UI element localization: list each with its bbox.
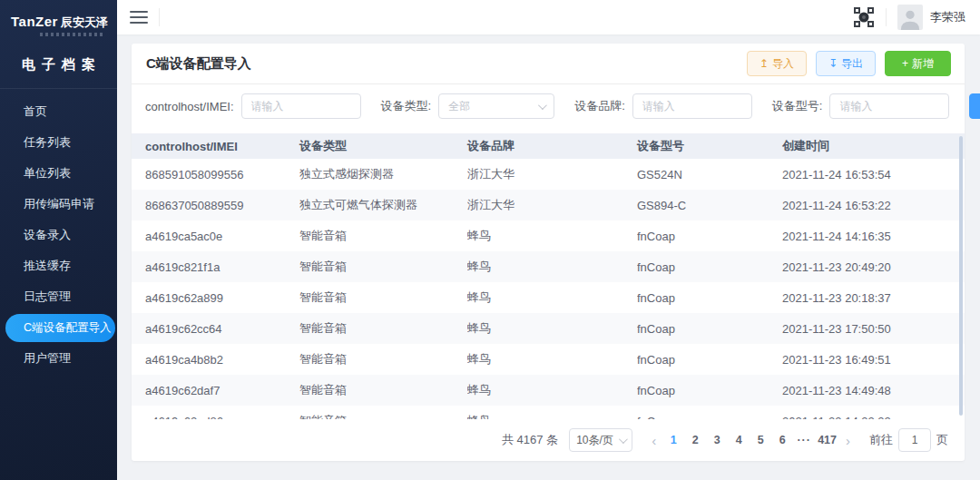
table-cell: 浙江大华 [467, 190, 637, 220]
pager-page[interactable]: 2 [684, 434, 706, 446]
device-model-input[interactable] [829, 93, 949, 119]
sidebar-item[interactable]: 首页 [0, 96, 117, 127]
table-cell: 智能音箱 [299, 282, 467, 313]
table-cell: a4619c62daf7 [132, 375, 299, 406]
pager-page[interactable]: 6 [771, 434, 793, 446]
sidebar-item[interactable]: 推送缓存 [0, 250, 117, 281]
table-cell: 2021-11-23 20:18:37 [782, 282, 965, 313]
pager-page[interactable]: 1 [662, 434, 684, 446]
table-cell: 2021-11-23 20:49:20 [782, 251, 965, 282]
add-button[interactable]: + 新增 [885, 51, 951, 76]
filter-imei: controlhost/IMEI: [145, 93, 361, 119]
table-row: 868591058099556独立式感烟探测器浙江大华GS524N2021-11… [132, 159, 965, 190]
sidebar-item[interactable]: 用传编码申请 [0, 189, 117, 220]
col-device-brand: 设备品牌 [467, 133, 637, 159]
table-cell: fnCoap [637, 375, 782, 406]
device-table-wrap: controlhost/IMEI 设备类型 设备品牌 设备型号 创建时间 868… [132, 133, 965, 419]
table-cell: 蜂鸟 [467, 375, 637, 406]
table-row: a4619c62daf7智能音箱蜂鸟fnCoap2021-11-23 14:49… [132, 375, 965, 406]
table-row: a4619c62ad86智能音箱蜂鸟fnCoap2021-11-23 14:32… [132, 406, 965, 419]
sidebar-menu: 首页任务列表单位列表用传编码申请设备录入推送缓存日志管理C端设备配置导入用户管理 [0, 89, 117, 374]
table-cell: fnCoap [637, 406, 782, 419]
pager-page[interactable]: 4 [728, 434, 750, 446]
table-cell: a4619c821f1a [132, 251, 299, 282]
table-row: 868637050889559独立式可燃气体探测器浙江大华GS894-C2021… [132, 190, 965, 220]
download-icon: ↧ [828, 58, 838, 69]
sidebar-item[interactable]: 任务列表 [0, 127, 117, 158]
menu-toggle-icon[interactable] [130, 11, 148, 24]
pager-page[interactable]: 417 [815, 434, 839, 446]
sidebar-item-active[interactable]: C端设备配置导入 [5, 314, 115, 342]
pager-page[interactable]: 3 [706, 434, 728, 446]
avatar[interactable] [897, 5, 923, 30]
logo: TanZer辰安天泽 [0, 0, 117, 38]
table-cell: fnCoap [637, 313, 782, 344]
table-cell: GS524N [637, 159, 782, 190]
sidebar-item[interactable]: 用户管理 [0, 343, 117, 374]
table-scrollbar[interactable] [959, 136, 963, 416]
table-cell: 智能音箱 [299, 406, 467, 419]
table-cell: 蜂鸟 [467, 251, 637, 282]
table-cell: fnCoap [637, 344, 782, 375]
export-button[interactable]: ↧ 导出 [816, 51, 876, 76]
table-row: a4619c821f1a智能音箱蜂鸟fnCoap2021-11-23 20:49… [132, 251, 965, 282]
prev-page-button[interactable]: ‹ [645, 433, 662, 448]
page-title: C端设备配置导入 [146, 55, 251, 73]
main-area: 李荣强 C端设备配置导入 ↥ 导入 ↧ 导出 [117, 0, 980, 480]
device-brand-input[interactable] [632, 93, 752, 119]
table-cell: 智能音箱 [299, 313, 467, 344]
imei-label: controlhost/IMEI: [145, 100, 234, 113]
table-cell: 智能音箱 [299, 344, 467, 375]
goto-group: 前往 页 [869, 428, 948, 452]
table-cell: a4619ca5ac0e [132, 220, 299, 251]
logo-tagline [40, 33, 105, 36]
table-cell: 智能音箱 [299, 251, 467, 282]
import-button[interactable]: ↥ 导入 [747, 51, 807, 76]
table-cell: a4619c62ad86 [132, 406, 299, 419]
import-label: 导入 [772, 56, 794, 72]
page-size-value: 10条/页 [576, 433, 613, 448]
table-cell: 蜂鸟 [467, 344, 637, 375]
page-size-select[interactable]: 10条/页 [569, 428, 632, 452]
table-cell: a4619c62a899 [132, 282, 299, 313]
plus-icon: + [902, 58, 908, 69]
table-cell: fnCoap [637, 251, 782, 282]
device-type-select[interactable]: 全部 [438, 93, 554, 119]
device-table: controlhost/IMEI 设备类型 设备品牌 设备型号 创建时间 868… [132, 133, 965, 419]
col-imei: controlhost/IMEI [132, 133, 299, 159]
content: C端设备配置导入 ↥ 导入 ↧ 导出 + 新增 [117, 34, 980, 480]
table-cell: GS894-C [637, 190, 782, 220]
table-cell: 868637050889559 [132, 190, 299, 220]
sidebar-item[interactable]: 日志管理 [0, 281, 117, 312]
sidebar: TanZer辰安天泽 电子档案 首页任务列表单位列表用传编码申请设备录入推送缓存… [0, 0, 117, 480]
pager-page[interactable]: 5 [750, 434, 771, 446]
upload-icon: ↥ [760, 58, 769, 69]
card-header: C端设备配置导入 ↥ 导入 ↧ 导出 + 新增 [132, 44, 965, 84]
table-cell: 蜂鸟 [467, 406, 637, 419]
pager-pages: 123456···417 [662, 434, 839, 446]
goto-label: 前往 [869, 432, 893, 448]
next-page-button[interactable]: › [839, 433, 857, 448]
sidebar-item[interactable]: 单位列表 [0, 158, 117, 189]
sidebar-item[interactable]: 设备录入 [0, 220, 117, 250]
device-type-label: 设备类型: [381, 98, 432, 114]
table-cell: a4619ca4b8b2 [132, 344, 299, 375]
user-name[interactable]: 李荣强 [930, 9, 965, 25]
table-row: a4619c62cc64智能音箱蜂鸟fnCoap2021-11-23 17:50… [132, 313, 965, 344]
table-cell: 2021-11-24 16:53:22 [782, 190, 965, 220]
table-cell: fnCoap [637, 282, 782, 313]
goto-page-input[interactable] [898, 428, 931, 452]
table-cell: 浙江大华 [467, 159, 637, 190]
table-body: 868591058099556独立式感烟探测器浙江大华GS524N2021-11… [132, 159, 965, 419]
device-model-label: 设备型号: [772, 98, 823, 114]
chevron-down-icon [538, 101, 547, 110]
table-cell: fnCoap [637, 220, 782, 251]
topbar-divider [159, 8, 160, 26]
table-header-row: controlhost/IMEI 设备类型 设备品牌 设备型号 创建时间 [132, 133, 965, 159]
qr-code-icon[interactable] [853, 6, 875, 28]
query-button[interactable]: 查询 [969, 93, 980, 119]
chevron-down-icon [619, 435, 628, 444]
col-created-time: 创建时间 [782, 133, 965, 159]
table-cell: 2021-11-24 14:16:35 [782, 220, 965, 251]
imei-input[interactable] [241, 93, 361, 119]
